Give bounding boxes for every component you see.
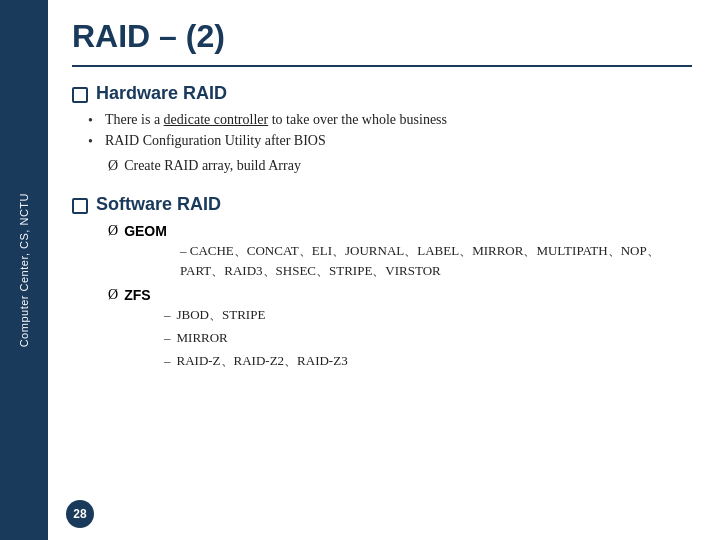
bullet-item-1: There is a dedicate controller to take o…	[88, 112, 692, 129]
page-number-badge: 28	[66, 500, 94, 528]
hardware-raid-section: Hardware RAID There is a dedicate contro…	[72, 83, 692, 180]
zfs-item: Ø ZFS – JBOD、STRIPE – MIRROR – RAID-Z、RA…	[108, 287, 692, 371]
checkbox-icon	[72, 87, 88, 103]
software-raid-section: Software RAID Ø GEOM – CACHE、CONCAT、ELI、…	[72, 194, 692, 378]
zfs-item-2: MIRROR	[177, 328, 228, 349]
dash-1: –	[164, 305, 171, 326]
hardware-sub-list: Ø Create RAID array, build Array	[72, 158, 692, 174]
geom-label: GEOM	[124, 223, 167, 239]
bullet-text-2: RAID Configuration Utility after BIOS	[105, 133, 326, 149]
hardware-raid-heading: Hardware RAID	[72, 83, 692, 104]
arrow-icon: Ø	[108, 158, 118, 174]
hardware-raid-label: Hardware RAID	[96, 83, 227, 104]
geom-item: Ø GEOM – CACHE、CONCAT、ELI、JOURNAL、LABEL、…	[108, 223, 692, 281]
geom-header: Ø GEOM	[108, 223, 692, 239]
zfs-items: – JBOD、STRIPE – MIRROR – RAID-Z、RAID-Z2、…	[108, 305, 692, 371]
bullet-item-2: RAID Configuration Utility after BIOS	[88, 133, 692, 150]
software-raid-heading: Software RAID	[72, 194, 692, 215]
sub-item-text: Create RAID array, build Array	[124, 158, 301, 174]
sub-item-1: Ø Create RAID array, build Array	[108, 158, 692, 174]
zfs-row-1: – JBOD、STRIPE	[164, 305, 692, 326]
zfs-row-3: – RAID-Z、RAID-Z2、RAID-Z3	[164, 351, 692, 372]
software-sub-list: Ø GEOM – CACHE、CONCAT、ELI、JOURNAL、LABEL、…	[72, 223, 692, 372]
bullet-text-1: There is a dedicate controller to take o…	[105, 112, 447, 128]
checkbox-icon-2	[72, 198, 88, 214]
main-content: RAID – (2) Hardware RAID There is a dedi…	[48, 0, 720, 540]
zfs-item-1: JBOD、STRIPE	[177, 305, 266, 326]
dash-geom: –	[180, 243, 190, 258]
dash-3: –	[164, 351, 171, 372]
zfs-label: ZFS	[124, 287, 150, 303]
dash-2: –	[164, 328, 171, 349]
zfs-arrow: Ø	[108, 287, 118, 303]
page-title: RAID – (2)	[72, 18, 692, 55]
zfs-row-2: – MIRROR	[164, 328, 692, 349]
title-divider	[72, 65, 692, 67]
zfs-item-3: RAID-Z、RAID-Z2、RAID-Z3	[177, 351, 348, 372]
underline-text: dedicate controller	[164, 112, 269, 127]
sidebar: Computer Center, CS, NCTU	[0, 0, 48, 540]
sidebar-label: Computer Center, CS, NCTU	[17, 193, 31, 347]
geom-items: – CACHE、CONCAT、ELI、JOURNAL、LABEL、MIRROR、…	[108, 241, 692, 281]
geom-arrow: Ø	[108, 223, 118, 239]
software-raid-label: Software RAID	[96, 194, 221, 215]
zfs-header: Ø ZFS	[108, 287, 692, 303]
geom-content: CACHE、CONCAT、ELI、JOURNAL、LABEL、MIRROR、MU…	[180, 243, 660, 278]
hardware-raid-bullets: There is a dedicate controller to take o…	[72, 112, 692, 150]
